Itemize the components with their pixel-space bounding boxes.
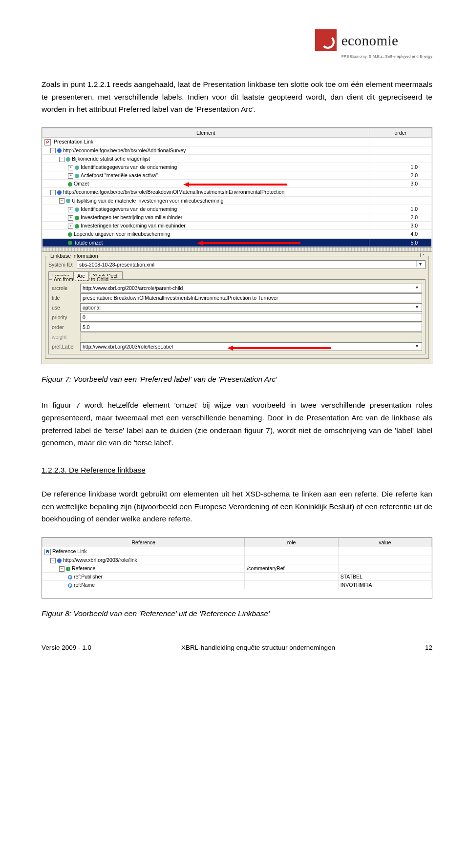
figure-7-screenshot: Element order P Presentation Link −http:… [42, 127, 432, 364]
col-value: value [338, 537, 431, 547]
panel-label-right: L: [419, 252, 426, 259]
arc-title-label: title [52, 294, 80, 301]
table-row[interactable]: +Actiefpost "materiële vaste activa"2.0 [43, 171, 432, 180]
table-row[interactable]: +iInvesteringen ter bestrijding van mili… [43, 213, 432, 221]
col-role: role [245, 537, 338, 547]
item-icon: i [68, 232, 72, 237]
presentation-link-icon: P [44, 139, 51, 145]
section-heading: 1.2.2.3. De Reference linkbase [42, 464, 432, 476]
table-row[interactable]: −iReference/commentaryRef [43, 564, 432, 572]
figure7-caption: Figuur 7: Voorbeeld van een 'Preferred l… [42, 373, 432, 386]
abstract-icon [75, 165, 79, 170]
table-row[interactable]: +Identificatiegegevens van de ondernemin… [43, 205, 432, 213]
red-arrow-icon [227, 346, 233, 351]
item-icon: i [68, 241, 72, 245]
logo-mark-icon [315, 29, 337, 51]
paragraph-1: Zoals in punt 1.2.2.1 reeds aangehaald, … [42, 78, 432, 116]
system-id-field[interactable]: sbs-2008-10-28-presentation.xml [77, 260, 426, 269]
reference-link-icon: R [44, 549, 51, 555]
table-row-selected[interactable]: iTotale omzet 5.0 [43, 238, 432, 247]
red-arrow-icon [183, 182, 189, 187]
part-icon: P [68, 583, 72, 588]
item-icon: i [75, 216, 79, 220]
red-arrow-icon [233, 347, 331, 349]
figure8-caption: Figuur 8: Voorbeeld van een 'Reference' … [42, 607, 432, 620]
use-label: use [52, 304, 80, 311]
table-row[interactable]: iOmzet 3.0 [43, 180, 432, 188]
role-icon [57, 190, 62, 195]
arc-title-field[interactable]: presentation: BreakdownOfMaterialInvestm… [80, 293, 422, 302]
expand-icon[interactable]: + [68, 165, 73, 170]
table-row[interactable]: −Uitsplitsing van de materiële investeri… [43, 196, 432, 205]
red-arrow-icon [189, 184, 287, 186]
table-row[interactable]: −http://economie.fgov.be/be/br/bs/role/B… [43, 188, 432, 196]
preflabel-field[interactable]: http://www.xbrl.org/2003/role/terseLabel [80, 342, 422, 351]
abstract-icon [66, 199, 70, 203]
linkbase-info-title: Linkbase Information [50, 252, 98, 259]
arcrole-label: arcrole [52, 285, 80, 291]
abstract-icon [75, 207, 79, 212]
tree-root[interactable]: P Presentation Link [43, 137, 369, 146]
logo-name: economie [341, 29, 432, 53]
expand-icon[interactable]: − [59, 198, 64, 204]
expand-icon[interactable]: + [68, 207, 73, 212]
red-arrow-icon [197, 241, 203, 246]
reference-tree-table: Reference role value RReference Link −ht… [42, 537, 432, 599]
item-icon: i [75, 224, 79, 228]
order-label: order [52, 324, 80, 331]
footer-version: Versie 2009 - 1.0 [42, 642, 91, 653]
footer-title: XBRL-handleiding enquête structuur onder… [181, 642, 335, 653]
preflabel-label: pref.Label [52, 343, 80, 350]
table-row[interactable]: −http://www.xbrl.org/2003/role/link [43, 556, 432, 564]
table-row[interactable]: −Bijkomende statistische vragenlijst [43, 154, 432, 163]
order-field[interactable]: 5.0 [80, 323, 422, 331]
col-element: Element [43, 128, 369, 137]
abstract-icon [75, 174, 79, 178]
role-icon [57, 148, 62, 153]
table-row[interactable]: Pref:NameINVOTHMFIA [43, 581, 432, 589]
table-row[interactable]: −http://economie.fgov.be/be/br/bs/role/A… [43, 146, 432, 154]
paragraph-3: De reference linkbase wordt gebruikt om … [42, 488, 432, 525]
weight-label: weight [52, 333, 80, 340]
tab-arc[interactable]: Arc [73, 271, 89, 280]
table-row[interactable]: Pref:PublisherSTATBEL [43, 573, 432, 581]
footer-page-number: 12 [425, 642, 432, 653]
priority-label: priority [52, 314, 80, 321]
col-order: order [369, 128, 432, 137]
expand-icon[interactable]: − [59, 566, 64, 572]
arcrole-field[interactable]: http://www.xbrl.org/2003/arcrole/parent-… [80, 284, 422, 292]
brand-logo: economie FPS Economy, S.M.E.s, Self-empl… [42, 29, 432, 60]
item-icon: i [66, 567, 70, 571]
expand-icon[interactable]: + [68, 215, 73, 221]
system-id-label: System ID: [48, 261, 77, 268]
abstract-icon [66, 157, 70, 162]
splitter-handle[interactable] [42, 247, 432, 252]
use-field[interactable]: optional [80, 303, 422, 312]
part-icon: P [68, 575, 72, 579]
expand-icon[interactable]: + [68, 224, 73, 229]
paragraph-2: In figuur 7 wordt hetzelfde element 'omz… [42, 399, 432, 449]
table-row[interactable]: +iInvesteringen ter voorkoming van milie… [43, 222, 432, 230]
logo-tagline: FPS Economy, S.M.E.s, Self-employed and … [341, 53, 432, 60]
item-icon: i [68, 182, 72, 186]
expand-icon[interactable]: + [68, 173, 73, 179]
presentation-tree-table: Element order P Presentation Link −http:… [42, 128, 432, 247]
weight-field [80, 332, 422, 341]
red-arrow-icon [203, 242, 300, 244]
priority-field[interactable]: 0 [80, 313, 422, 322]
table-row[interactable]: +Identificatiegegevens van de ondernemin… [43, 163, 432, 171]
expand-icon[interactable]: − [50, 148, 56, 153]
col-reference: Reference [43, 537, 245, 547]
expand-icon[interactable]: − [50, 190, 56, 195]
page-footer: Versie 2009 - 1.0 XBRL-handleiding enquê… [42, 642, 432, 653]
figure-8-screenshot: Reference role value RReference Link −ht… [42, 537, 432, 599]
logo-text: economie FPS Economy, S.M.E.s, Self-empl… [341, 29, 432, 60]
tree-root[interactable]: RReference Link [43, 547, 245, 556]
table-row[interactable]: iLopende uitgaven voor milieubescherming… [43, 230, 432, 238]
expand-icon[interactable]: − [59, 157, 64, 162]
role-icon [57, 558, 62, 563]
expand-icon[interactable]: − [50, 558, 56, 563]
